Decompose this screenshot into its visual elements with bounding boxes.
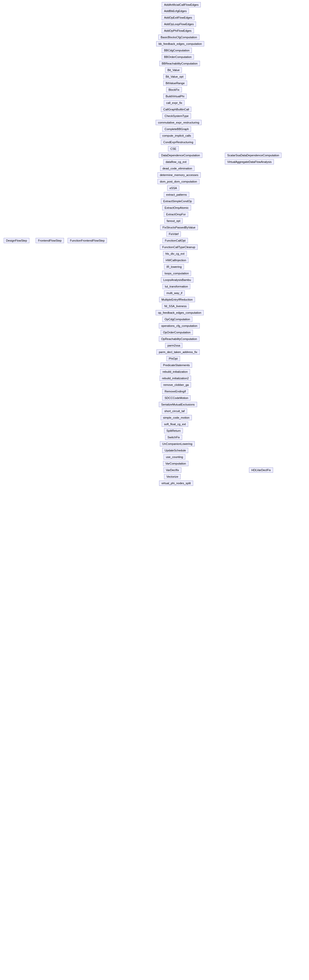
node-extract_patterns[interactable]: extract_patterns	[164, 192, 189, 197]
node-commutative_expr_restructuring[interactable]: commutative_expr_restructuring	[156, 120, 201, 125]
node-Bit_Value_opt[interactable]: Bit_Value_opt	[163, 74, 186, 79]
node-FunctionCallTypeCleanup[interactable]: FunctionCallTypeCleanup	[160, 245, 198, 250]
node-AddOpPhiFlowEdges[interactable]: AddOpPhiFlowEdges	[162, 28, 194, 33]
node-CondExprRestructuring[interactable]: CondExprRestructuring	[161, 140, 195, 145]
node-VirtualAggregateDataFlowAnalysis[interactable]: VirtualAggregateDataFlowAnalysis	[225, 159, 274, 164]
node-ExtractOmpAtomic[interactable]: ExtractOmpAtomic	[162, 205, 191, 210]
node-SerializeMutualExclusions[interactable]: SerializeMutualExclusions	[159, 402, 197, 407]
node-UpdateSchedule[interactable]: UpdateSchedule	[162, 448, 188, 453]
node-OpOrderComputation[interactable]: OpOrderComputation	[161, 330, 193, 335]
node-SDCCCodeMotion[interactable]: SDCCCodeMotion	[162, 395, 190, 401]
node-SwitchFix[interactable]: SwitchFix	[165, 435, 182, 440]
node-HWCallInjection[interactable]: HWCallInjection	[163, 258, 189, 263]
node-hls_div_cg_ext[interactable]: hls_div_cg_ext	[163, 251, 187, 256]
node-op_feedback_edges_computation[interactable]: op_feedback_edges_computation	[156, 310, 204, 315]
node-BBCdgComputation[interactable]: BBCdgComputation	[162, 48, 192, 53]
node-BitValueRange[interactable]: BitValueRange	[163, 81, 187, 86]
node-MultipleEntryIfReduction[interactable]: MultipleEntryIfReduction	[159, 297, 195, 302]
node-SplitReturn[interactable]: SplitReturn	[164, 428, 183, 433]
node-parm_decl_taken_address_fix[interactable]: parm_decl_taken_address_fix	[157, 349, 200, 355]
node-determine_memory_accesses[interactable]: determine_memory_accesses	[157, 172, 201, 178]
node-eSSA[interactable]: eSSA	[167, 185, 179, 191]
node-OpReachabilityComputation[interactable]: OpReachabilityComputation	[159, 336, 200, 342]
node-OpCdgComputation[interactable]: OpCdgComputation	[162, 317, 192, 322]
node-ExtractOmpFor[interactable]: ExtractOmpFor	[164, 212, 188, 217]
node-bb_feedback_edges_computation[interactable]: bb_feedback_edges_computation	[156, 41, 204, 46]
node-BBOrderComputation[interactable]: BBOrderComputation	[162, 54, 194, 60]
node-soft_float_cg_ext[interactable]: soft_float_cg_ext	[162, 422, 188, 427]
diagram-container: AddArtificialCallFlowEdgesAddBbEcfgEdges…	[0, 0, 309, 980]
node-AddArtificialCallFlowEdges[interactable]: AddArtificialCallFlowEdges	[162, 2, 201, 7]
node-BuildVirtualPhi[interactable]: BuildVirtualPhi	[163, 94, 187, 99]
node-ExtractSimpleCondOp[interactable]: ExtractSimpleCondOp	[161, 199, 194, 204]
node-fanout_opt[interactable]: fanout_opt	[164, 218, 183, 223]
node-UnCompanionLowering[interactable]: UnCompanionLowering	[160, 441, 195, 447]
node-RemoveEndingIf[interactable]: RemoveEndingIf	[162, 389, 188, 394]
node-CheckSystemType[interactable]: CheckSystemType	[162, 113, 191, 119]
node-dom_post_dom_computation[interactable]: dom_post_dom_computation	[157, 179, 200, 184]
node-Bit_Value[interactable]: Bit_Value	[165, 67, 182, 73]
node-remove_clobber_ga[interactable]: remove_clobber_ga	[161, 382, 191, 387]
node-BBReachabilityComputation[interactable]: BBReachabilityComputation	[159, 61, 200, 66]
node-PredicateStatements[interactable]: PredicateStatements	[161, 363, 192, 368]
node-NI_SSA_liveness[interactable]: NI_SSA_liveness	[162, 304, 189, 309]
node-AddOpExitFlowEdges[interactable]: AddOpExitFlowEdges	[162, 15, 195, 20]
node-loops_computation[interactable]: loops_computation	[162, 271, 191, 276]
node-HDLVarDeclFix[interactable]: HDLVarDeclFix	[249, 468, 273, 473]
node-dead_code_elimination[interactable]: dead_code_elimination	[160, 166, 195, 171]
node-short_circuit_taf[interactable]: short_circuit_taf	[162, 409, 187, 414]
node-CompleteBBGraph[interactable]: CompleteBBGraph	[162, 126, 191, 132]
node-lut_transformation[interactable]: lut_transformation	[163, 284, 190, 289]
node-FixStructsPassedByValue[interactable]: FixStructsPassedByValue	[160, 225, 198, 230]
node-call_expr_fix[interactable]: call_expr_fix	[164, 100, 184, 105]
node-BasicBlocksCfgComputation[interactable]: BasicBlocksCfgComputation	[158, 35, 200, 40]
node-AddBbEcfgEdges[interactable]: AddBbEcfgEdges	[162, 8, 189, 14]
node-dataflow_cg_ext[interactable]: dataflow_cg_ext	[163, 159, 189, 164]
node-FixVdef[interactable]: FixVdef	[166, 231, 181, 237]
node-FunctionCallOpt[interactable]: FunctionCallOpt	[163, 238, 188, 243]
node-simple_code_motion[interactable]: simple_code_motion	[161, 415, 192, 420]
node-rebuild_initialization2[interactable]: rebuild_initialization2	[160, 375, 191, 381]
node-ScalarSsaDataDependenceComputation[interactable]: ScalarSsaDataDependenceComputation	[225, 153, 282, 158]
node-VarDecIfix[interactable]: VarDecIfix	[163, 468, 181, 473]
node-virtual_phi_nodes_split[interactable]: virtual_phi_nodes_split	[159, 480, 193, 486]
node-BlockFix[interactable]: BlockFix	[166, 87, 182, 92]
node-compute_implicit_calls[interactable]: compute_implicit_calls	[160, 133, 193, 138]
node-PhiOpt[interactable]: PhiOpt	[166, 356, 180, 361]
node-LoopsAnalysisBambu[interactable]: LoopsAnalysisBambu	[161, 277, 193, 283]
node-AddOpLoopFlowEdges[interactable]: AddOpLoopFlowEdges	[162, 22, 196, 27]
node-FunctionFrontendFlowStep[interactable]: FunctionFrontendFlowStep	[68, 238, 107, 243]
node-operations_cfg_computation[interactable]: operations_cfg_computation	[159, 323, 200, 328]
node-IR_lowering[interactable]: IR_lowering	[164, 264, 184, 269]
node-use_counting[interactable]: use_counting	[163, 454, 185, 460]
node-rebuild_initialization[interactable]: rebuild_initialization	[160, 369, 190, 374]
node-DataDependenceComputation[interactable]: DataDependenceComputation	[159, 153, 202, 158]
connections-svg	[0, 0, 309, 980]
node-DesignFlowStep[interactable]: DesignFlowStep	[4, 238, 29, 243]
node-parm2ssa[interactable]: parm2ssa	[165, 343, 182, 348]
node-CSE[interactable]: CSE	[168, 146, 179, 151]
node-VarComputation[interactable]: VarComputation	[163, 461, 189, 466]
node-CallGraphBuiltinCall[interactable]: CallGraphBuiltinCall	[161, 107, 191, 112]
node-Vectorize[interactable]: Vectorize	[164, 474, 181, 479]
node-multi_way_if[interactable]: multi_way_if	[164, 290, 185, 296]
node-FrontendFlowStep[interactable]: FrontendFlowStep	[36, 238, 64, 243]
